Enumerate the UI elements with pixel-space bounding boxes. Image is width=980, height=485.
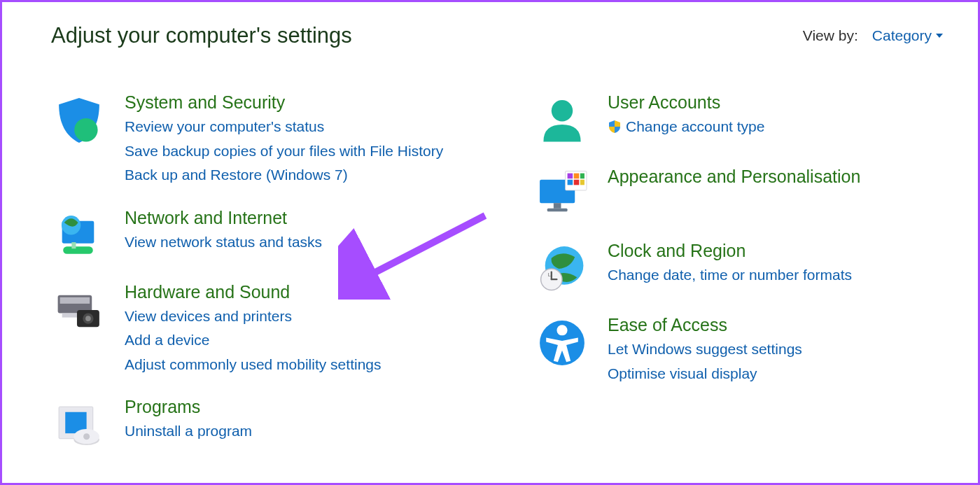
category-title[interactable]: Ease of Access (608, 314, 926, 335)
category-title[interactable]: Clock and Region (608, 240, 926, 261)
svg-point-16 (552, 100, 573, 121)
shield-icon (51, 90, 107, 188)
svg-rect-4 (71, 242, 76, 248)
svg-rect-24 (568, 180, 573, 185)
svg-rect-22 (574, 174, 580, 179)
category-link[interactable]: Let Windows suggest settings (608, 338, 926, 361)
category-title[interactable]: Hardware and Sound (125, 281, 499, 302)
view-by-value: Category (872, 27, 932, 44)
category-ease-of-access: Ease of Access Let Windows suggest setti… (534, 313, 926, 386)
column-left: System and Security Review your computer… (51, 90, 499, 469)
svg-point-10 (85, 316, 91, 321)
category-title[interactable]: User Accounts (608, 92, 926, 113)
category-link[interactable]: Save backup copies of your files with Fi… (125, 140, 499, 163)
globe-clock-icon: L (534, 239, 590, 295)
category-link[interactable]: Change account type (608, 115, 926, 139)
user-icon (534, 90, 590, 147)
category-clock-region: L Clock and Region Change date, time or … (534, 239, 926, 295)
category-link[interactable]: Adjust commonly used mobility settings (125, 353, 499, 377)
category-link[interactable]: Review your computer's status (125, 115, 499, 139)
category-programs: Programs Uninstall a program (51, 395, 499, 451)
category-link[interactable]: View network status and tasks (125, 231, 499, 254)
category-link[interactable]: Uninstall a program (125, 420, 499, 443)
page-title: Adjust your computer's settings (51, 23, 352, 48)
category-appearance: Appearance and Personalisation (534, 164, 926, 221)
view-by-dropdown[interactable]: Category (872, 27, 943, 44)
svg-point-33 (556, 325, 567, 335)
uac-shield-icon (608, 120, 622, 134)
category-link[interactable]: Back up and Restore (Windows 7) (125, 164, 499, 187)
control-panel-window: Adjust your computer's settings View by:… (0, 0, 980, 485)
programs-icon (51, 395, 107, 451)
svg-rect-26 (580, 180, 584, 185)
category-title[interactable]: Programs (125, 396, 499, 417)
svg-rect-21 (568, 174, 573, 179)
svg-rect-18 (554, 203, 561, 209)
category-user-accounts: User Accounts Change account type (534, 90, 926, 147)
accessibility-icon (534, 313, 590, 386)
categories-grid: System and Security Review your computer… (51, 90, 943, 469)
header: Adjust your computer's settings View by:… (51, 23, 943, 48)
category-link[interactable]: Change date, time or number formats (608, 264, 926, 287)
column-right: User Accounts Change account type (534, 90, 926, 469)
svg-text:L: L (548, 272, 551, 278)
category-hardware-sound: Hardware and Sound View devices and prin… (51, 280, 499, 378)
svg-rect-19 (547, 209, 568, 212)
svg-point-0 (74, 118, 97, 141)
view-by: View by: Category (803, 27, 943, 44)
category-link[interactable]: View devices and printers (125, 305, 499, 328)
svg-rect-6 (60, 297, 90, 303)
svg-rect-25 (574, 180, 580, 185)
appearance-icon (534, 164, 590, 221)
svg-rect-3 (63, 246, 93, 254)
category-title[interactable]: System and Security (125, 92, 499, 113)
category-title[interactable]: Network and Internet (125, 207, 499, 228)
svg-point-15 (83, 433, 90, 440)
category-link[interactable]: Optimise visual display (608, 363, 926, 386)
network-icon (51, 206, 107, 262)
category-link[interactable]: Add a device (125, 329, 499, 352)
chevron-down-icon (936, 34, 943, 38)
printer-camera-icon (51, 280, 107, 378)
category-system-security: System and Security Review your computer… (51, 90, 499, 188)
view-by-label: View by: (803, 27, 858, 44)
svg-rect-23 (580, 174, 584, 179)
category-title[interactable]: Appearance and Personalisation (608, 166, 926, 187)
category-network-internet: Network and Internet View network status… (51, 206, 499, 262)
